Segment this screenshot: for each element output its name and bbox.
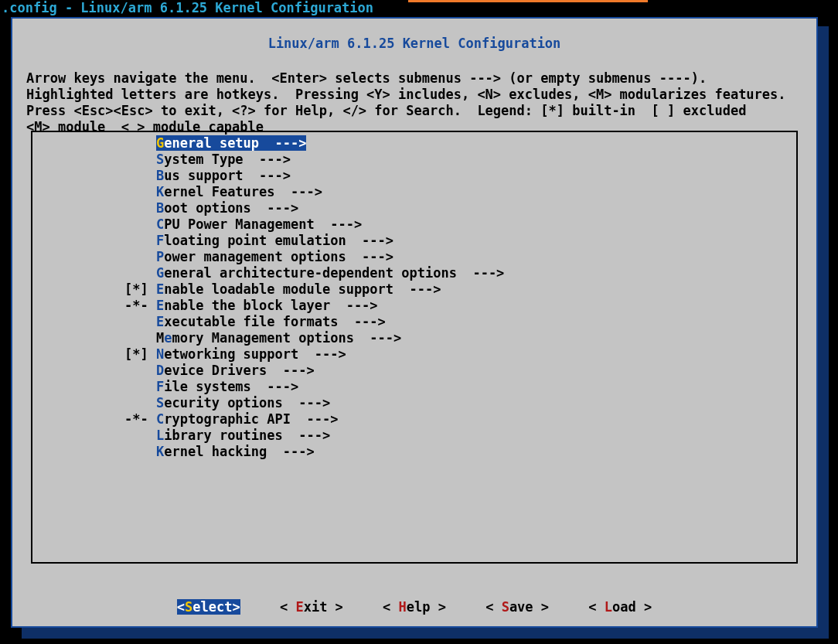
window-shadow-right — [818, 26, 829, 637]
menu-item-indicator — [32, 395, 156, 411]
hotkey-letter: E — [156, 314, 164, 329]
hotkey-letter: C — [156, 411, 164, 427]
menu-item-indicator — [32, 200, 156, 216]
hotkey-letter: B — [156, 200, 164, 216]
menu-item-indicator — [32, 363, 156, 379]
menu-item-label: Boot options ---> — [156, 200, 298, 216]
menu-item[interactable]: File systems ---> — [32, 379, 796, 395]
hotkey-letter: S — [156, 152, 164, 167]
menu-item-indicator — [32, 249, 156, 265]
menu-item[interactable]: Boot options ---> — [32, 200, 796, 216]
menu-item-label: Enable loadable module support ---> — [156, 281, 441, 297]
menu-item[interactable]: Floating point emulation ---> — [32, 233, 796, 249]
menu-item[interactable]: Memory Management options ---> — [32, 330, 796, 346]
menu-item-label: Cryptographic API ---> — [156, 411, 338, 427]
menu-item[interactable]: Bus support ---> — [32, 168, 796, 184]
hotkey-letter: E — [156, 298, 164, 313]
hotkey-letter: H — [399, 599, 407, 615]
menu-item-label: Memory Management options ---> — [156, 330, 401, 346]
menu-item[interactable]: General setup ---> — [32, 135, 796, 152]
menu-item[interactable]: CPU Power Management ---> — [32, 216, 796, 233]
menu-item-label: Bus support ---> — [156, 168, 291, 183]
help-line: Press <Esc><Esc> to exit, <?> for Help, … — [26, 103, 746, 118]
hotkey-letter: F — [156, 233, 164, 248]
menu-item[interactable]: Power management options ---> — [32, 249, 796, 265]
menu-item[interactable]: General architecture-dependent options -… — [32, 265, 796, 281]
menu-item[interactable]: Kernel hacking ---> — [32, 444, 796, 460]
menu-list[interactable]: General setup ---> System Type ---> Bus … — [31, 131, 798, 564]
help-line: Highlighted letters are hotkeys. Pressin… — [26, 87, 786, 102]
menu-item-indicator — [32, 216, 156, 233]
menu-item-label: Kernel hacking ---> — [156, 444, 315, 459]
hotkey-letter: E — [295, 599, 303, 615]
hotkey-letter: G — [156, 135, 164, 151]
hotkey-letter: C — [156, 216, 164, 232]
dialog-title: Linux/arm 6.1.25 Kernel Configuration — [12, 36, 816, 52]
help-button[interactable]: < Help > — [383, 599, 446, 615]
menu-item-indicator — [32, 444, 156, 460]
menu-item-label: System Type ---> — [156, 152, 291, 167]
hotkey-letter: N — [156, 346, 164, 362]
menu-item-label: Device Drivers ---> — [156, 363, 315, 378]
hotkey-letter: K — [156, 444, 164, 459]
menu-item[interactable]: -*- Cryptographic API ---> — [32, 411, 796, 428]
menu-item-label: Networking support ---> — [156, 346, 346, 362]
hotkey-letter: S — [156, 395, 164, 411]
menu-item-label: General architecture-dependent options -… — [156, 265, 504, 281]
menu-item-indicator — [32, 233, 156, 249]
menu-item-indicator — [32, 135, 156, 152]
menu-item-indicator: [*] — [32, 346, 156, 363]
help-line: Arrow keys navigate the menu. <Enter> se… — [26, 70, 707, 86]
menu-item-label: Power management options ---> — [156, 249, 393, 264]
hotkey-letter: P — [156, 249, 164, 264]
hotkey-letter: L — [156, 428, 164, 443]
menu-item[interactable]: Library routines ---> — [32, 428, 796, 444]
menu-item[interactable]: -*- Enable the block layer ---> — [32, 298, 796, 314]
menu-item-label: Kernel Features ---> — [156, 184, 322, 199]
menu-item-indicator — [32, 168, 156, 184]
hotkey-letter: D — [156, 363, 164, 378]
menu-item-label: Floating point emulation ---> — [156, 233, 393, 248]
help-text: Arrow keys navigate the menu. <Enter> se… — [26, 54, 806, 135]
menu-item-label: Executable file formats ---> — [156, 314, 386, 329]
menu-item[interactable]: Kernel Features ---> — [32, 184, 796, 200]
menu-item-indicator — [32, 265, 156, 281]
hotkey-letter: S — [502, 599, 509, 615]
menu-item-indicator — [32, 379, 156, 395]
menu-item[interactable]: System Type ---> — [32, 152, 796, 168]
decorative-strip — [408, 0, 648, 2]
menu-item[interactable]: [*] Networking support ---> — [32, 346, 796, 363]
button-bar: <Select> < Exit > < Help > < Save > < Lo… — [12, 599, 816, 615]
menu-item-indicator — [32, 314, 156, 330]
menu-item-indicator — [32, 152, 156, 168]
menu-item-label: File systems ---> — [156, 379, 298, 394]
menu-item-label: General setup ---> — [156, 135, 306, 151]
hotkey-letter: E — [156, 281, 164, 297]
hotkey-letter: S — [185, 599, 192, 615]
menu-item[interactable]: Executable file formats ---> — [32, 314, 796, 330]
menu-item-indicator: -*- — [32, 298, 156, 314]
menu-item-indicator — [32, 428, 156, 444]
menu-item-indicator: -*- — [32, 411, 156, 428]
menu-item-label: Library routines ---> — [156, 428, 330, 443]
menu-item-label: Security options ---> — [156, 395, 330, 411]
hotkey-letter: L — [605, 599, 612, 615]
terminal-window: .config - Linux/arm 6.1.25 Kernel Config… — [0, 0, 838, 644]
menu-item-indicator: [*] — [32, 281, 156, 298]
hotkey-letter: F — [156, 379, 164, 394]
menu-item[interactable]: Security options ---> — [32, 395, 796, 411]
window-titlebar: .config - Linux/arm 6.1.25 Kernel Config… — [0, 0, 838, 17]
hotkey-letter: K — [156, 184, 164, 199]
load-button[interactable]: < Load > — [588, 599, 652, 615]
hotkey-letter: G — [156, 265, 164, 281]
save-button[interactable]: < Save > — [485, 599, 549, 615]
select-button[interactable]: <Select> — [177, 599, 240, 615]
hotkey-letter: e — [164, 330, 172, 346]
window-shadow-bottom — [22, 628, 829, 639]
menu-item-indicator — [32, 330, 156, 346]
exit-button[interactable]: < Exit > — [280, 599, 343, 615]
menu-item[interactable]: Device Drivers ---> — [32, 363, 796, 379]
menuconfig-window: Linux/arm 6.1.25 Kernel Configuration Ar… — [11, 17, 818, 628]
hotkey-letter: B — [156, 168, 164, 183]
menu-item[interactable]: [*] Enable loadable module support ---> — [32, 281, 796, 298]
